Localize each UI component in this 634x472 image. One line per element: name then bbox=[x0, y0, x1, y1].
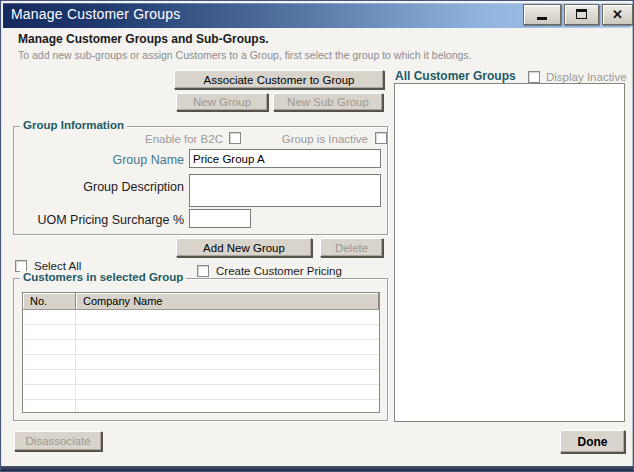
uom-pricing-surcharge-label: UOM Pricing Surcharge % bbox=[15, 213, 184, 227]
table-cell-no bbox=[23, 340, 76, 354]
manage-customer-groups-window: Manage Customer Groups ✕ Manage Customer… bbox=[0, 0, 634, 472]
display-inactive-checkbox[interactable] bbox=[528, 71, 540, 83]
table-row[interactable] bbox=[23, 370, 379, 385]
window-title: Manage Customer Groups bbox=[11, 6, 180, 22]
all-customer-groups-title: All Customer Groups bbox=[395, 69, 516, 83]
table-cell-no bbox=[23, 370, 76, 384]
group-information-legend: Group Information bbox=[20, 119, 127, 131]
new-sub-group-button[interactable]: New Sub Group bbox=[273, 93, 383, 111]
table-row[interactable] bbox=[23, 325, 379, 340]
delete-button[interactable]: Delete bbox=[320, 238, 383, 257]
create-customer-pricing-checkbox[interactable] bbox=[197, 265, 209, 277]
minimize-button[interactable] bbox=[523, 4, 561, 25]
customers-in-selected-group-legend: Customers in selected Group bbox=[20, 271, 186, 283]
table-row[interactable] bbox=[23, 355, 379, 370]
group-is-inactive-checkbox[interactable] bbox=[375, 132, 387, 144]
page-title: Manage Customer Groups and Sub-Groups. bbox=[18, 32, 269, 46]
page-subtitle: To add new sub-groups or assign Customer… bbox=[18, 49, 471, 61]
table-cell-no bbox=[23, 310, 76, 324]
enable-b2c-label: Enable for B2C bbox=[131, 133, 223, 145]
done-button[interactable]: Done bbox=[560, 430, 625, 453]
associate-customer-to-group-button[interactable]: Associate Customer to Group bbox=[174, 70, 384, 89]
create-customer-pricing-label: Create Customer Pricing bbox=[216, 265, 342, 277]
group-description-input[interactable] bbox=[189, 174, 381, 207]
uom-pricing-surcharge-input[interactable] bbox=[189, 209, 251, 228]
table-cell-no bbox=[23, 385, 76, 399]
close-icon: ✕ bbox=[612, 7, 623, 22]
maximize-icon bbox=[576, 9, 587, 19]
table-cell-company bbox=[76, 385, 379, 399]
column-header-company-name[interactable]: Company Name bbox=[76, 293, 379, 309]
table-row[interactable] bbox=[23, 310, 379, 325]
customers-table-header: No. Company Name bbox=[23, 293, 379, 310]
table-cell-company bbox=[76, 370, 379, 384]
customers-table: No. Company Name bbox=[22, 292, 380, 413]
close-button[interactable]: ✕ bbox=[602, 4, 633, 25]
table-cell-company bbox=[76, 310, 379, 324]
table-cell-no bbox=[23, 325, 76, 339]
table-cell-company bbox=[76, 400, 379, 413]
all-customer-groups-list[interactable] bbox=[394, 83, 625, 422]
new-group-button[interactable]: New Group bbox=[176, 93, 268, 111]
enable-b2c-checkbox[interactable] bbox=[229, 132, 241, 144]
table-row[interactable] bbox=[23, 385, 379, 400]
group-name-input[interactable] bbox=[189, 149, 381, 168]
group-is-inactive-label: Group is Inactive bbox=[256, 133, 368, 145]
table-cell-company bbox=[76, 340, 379, 354]
display-inactive-label: Display Inactive bbox=[546, 71, 627, 83]
disassociate-button[interactable]: Disassociate bbox=[14, 431, 102, 451]
table-row[interactable] bbox=[23, 400, 379, 413]
table-cell-company bbox=[76, 355, 379, 369]
add-new-group-button[interactable]: Add New Group bbox=[176, 238, 312, 257]
maximize-button[interactable] bbox=[564, 4, 599, 25]
group-description-label: Group Description bbox=[41, 180, 184, 194]
table-cell-company bbox=[76, 325, 379, 339]
group-name-label: Group Name bbox=[61, 153, 184, 167]
table-cell-no bbox=[23, 400, 76, 413]
column-header-no[interactable]: No. bbox=[23, 293, 76, 309]
window-bottom-edge bbox=[1, 466, 633, 471]
table-row[interactable] bbox=[23, 340, 379, 355]
minimize-icon bbox=[537, 17, 547, 20]
table-cell-no bbox=[23, 355, 76, 369]
